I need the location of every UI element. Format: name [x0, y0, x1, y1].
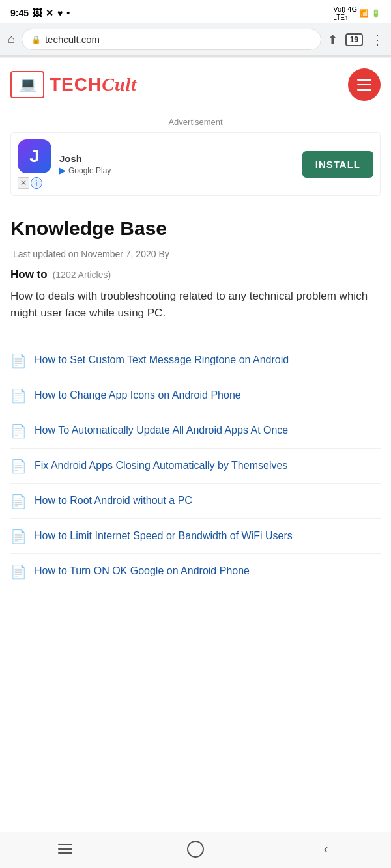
article-doc-icon: 📄	[10, 564, 27, 580]
menu-line-3	[357, 89, 371, 91]
article-item[interactable]: 📄 Fix Android Apps Closing Automatically…	[10, 449, 381, 484]
ad-app-icon: J	[18, 139, 51, 173]
tabs-badge[interactable]: 19	[345, 33, 363, 46]
url-bar[interactable]: 🔒 techcult.com	[22, 29, 321, 50]
ad-card: J ✕ i Josh ▶ Google Play INSTALL	[10, 132, 381, 196]
content-area: 💻 TECHCult Advertisement J ✕ i	[0, 58, 391, 628]
article-doc-icon: 📄	[10, 388, 27, 404]
screenshot-icon: 🖼	[33, 8, 42, 18]
article-doc-icon: 📄	[10, 494, 27, 509]
article-item[interactable]: 📄 How to Limit Internet Speed or Bandwid…	[10, 519, 381, 554]
article-title: How to Root Android without a PC	[35, 493, 192, 508]
article-title: How To Automatically Update All Android …	[35, 423, 288, 438]
dot-icon: •	[66, 8, 70, 18]
article-doc-icon: 📄	[10, 529, 27, 544]
browser-actions: ⬆ 19 ⋮	[328, 32, 383, 48]
article-item[interactable]: 📄 How to Turn ON OK Google on Android Ph…	[10, 554, 381, 589]
nav-bar-2	[58, 848, 72, 850]
share-button[interactable]: ⬆	[328, 33, 338, 47]
ad-close-button[interactable]: ✕	[18, 177, 29, 189]
article-item[interactable]: 📄 How To Automatically Update All Androi…	[10, 413, 381, 449]
ad-app-name: Josh	[59, 153, 295, 164]
ad-info-button[interactable]: i	[31, 177, 42, 189]
article-title: How to Turn ON OK Google on Android Phon…	[35, 563, 250, 578]
close-icon: ✕	[46, 8, 53, 18]
ad-info: Josh ▶ Google Play	[59, 153, 295, 175]
kb-last-updated: Last updated on November 7, 2020 By	[10, 249, 381, 259]
play-store-icon: ▶	[59, 165, 66, 175]
article-title: Fix Android Apps Closing Automatically b…	[35, 458, 287, 473]
article-title: How to Limit Internet Speed or Bandwidth…	[35, 528, 293, 543]
logo-text: TECHCult	[50, 74, 137, 95]
install-button[interactable]: INSTALL	[302, 151, 373, 178]
kb-category-label: How to	[10, 268, 48, 281]
article-doc-icon: 📄	[10, 423, 27, 439]
nav-back-icon: ‹	[324, 841, 328, 856]
status-left: 9:45 🖼 ✕ ♥ •	[10, 8, 70, 18]
bottom-spacer	[0, 589, 391, 628]
advertisement-section: Advertisement J ✕ i Josh ▶ Google Play I…	[0, 109, 391, 204]
kb-category: How to (1202 Articles)	[10, 268, 381, 281]
site-header: 💻 TECHCult	[0, 58, 391, 109]
nav-home-button[interactable]	[182, 839, 209, 860]
more-button[interactable]: ⋮	[371, 32, 383, 48]
bottom-nav: ‹	[0, 832, 391, 868]
browser-bar: ⌂ 🔒 techcult.com ⬆ 19 ⋮	[0, 23, 391, 56]
play-store-text: Google Play	[68, 166, 111, 175]
menu-line-2	[357, 84, 371, 86]
nav-home-circle	[187, 841, 204, 858]
knowledge-base-section: Knowledge Base Last updated on November …	[0, 204, 391, 343]
menu-button[interactable]	[348, 68, 381, 101]
kb-title: Knowledge Base	[10, 217, 381, 240]
kb-description: How to deals with troubleshooting relate…	[10, 288, 381, 322]
logo-tech: TECH	[50, 74, 102, 94]
nav-menu-button[interactable]	[52, 839, 78, 860]
logo-cult: Cult	[102, 74, 137, 94]
logo-laptop-icon: 💻	[19, 76, 36, 93]
article-doc-icon: 📄	[10, 353, 27, 369]
heart-icon: ♥	[57, 8, 63, 18]
battery-icon: 🔋	[371, 9, 381, 18]
status-right: Vol) 4GLTE↑ 📶 🔋	[333, 5, 381, 21]
article-item[interactable]: 📄 How to Root Android without a PC	[10, 484, 381, 519]
article-title: How to Set Custom Text Message Ringtone …	[35, 352, 289, 367]
article-title: How to Change App Icons on Android Phone	[35, 387, 241, 402]
logo-icon-box: 💻	[10, 71, 44, 98]
article-list: 📄 How to Set Custom Text Message Rington…	[0, 343, 391, 589]
time: 9:45	[10, 8, 29, 18]
signal-icon: 📶	[360, 9, 369, 18]
logo-area: 💻 TECHCult	[10, 71, 137, 98]
nav-bar-1	[58, 844, 72, 846]
article-doc-icon: 📄	[10, 458, 27, 474]
article-item[interactable]: 📄 How to Set Custom Text Message Rington…	[10, 343, 381, 378]
status-bar: 9:45 🖼 ✕ ♥ • Vol) 4GLTE↑ 📶 🔋	[0, 0, 391, 23]
lock-icon: 🔒	[31, 35, 41, 44]
ad-play-store: ▶ Google Play	[59, 165, 295, 175]
browser-home-button[interactable]: ⌂	[8, 33, 15, 46]
ad-close-area: ✕ i	[18, 177, 42, 189]
nav-bar-3	[58, 852, 72, 854]
nav-back-button[interactable]: ‹	[313, 839, 339, 860]
ad-label: Advertisement	[10, 117, 381, 127]
url-text: techcult.com	[45, 34, 100, 45]
kb-category-count: (1202 Articles)	[53, 270, 111, 280]
article-item[interactable]: 📄 How to Change App Icons on Android Pho…	[10, 378, 381, 413]
carrier-icon: Vol) 4GLTE↑	[333, 5, 357, 21]
menu-line-1	[357, 79, 371, 81]
